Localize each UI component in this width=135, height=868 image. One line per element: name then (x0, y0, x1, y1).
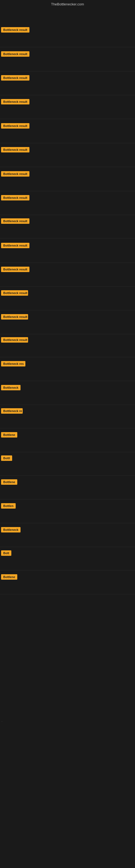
site-title: TheBottlenecker.com (51, 2, 84, 6)
bottleneck-badge-15[interactable]: Bottleneck res (1, 361, 26, 367)
bottleneck-badge-10[interactable]: Bottleneck result (1, 243, 30, 248)
bottleneck-badge-4[interactable]: Bottleneck result (1, 99, 30, 104)
result-section-19: Bottl (0, 453, 135, 475)
bottleneck-badge-3[interactable]: Bottleneck result (1, 75, 30, 81)
result-section-23: Bott (0, 548, 135, 570)
bottleneck-badge-23[interactable]: Bott (1, 550, 11, 556)
bottleneck-badge-14[interactable]: Bottleneck result (1, 337, 28, 343)
result-section-24: Bottlene (0, 572, 135, 594)
bottleneck-badge-7[interactable]: Bottleneck result (1, 171, 30, 177)
result-section-15: Bottleneck res (0, 359, 135, 381)
site-header: TheBottlenecker.com (0, 0, 135, 9)
bottleneck-badge-2[interactable]: Bottleneck result (1, 51, 30, 57)
tiny-text: ... (1, 720, 3, 722)
result-section-13: Bottleneck result (0, 312, 135, 334)
bottleneck-badge-12[interactable]: Bottleneck result (1, 290, 28, 296)
result-section-21: Bottlen (0, 501, 135, 523)
result-section-16: Bottleneck (0, 383, 135, 405)
bottleneck-badge-16[interactable]: Bottleneck (1, 385, 20, 390)
result-section-3: Bottleneck result (0, 73, 135, 95)
bottleneck-badge-5[interactable]: Bottleneck result (1, 123, 30, 129)
result-section-10: Bottleneck result (0, 241, 135, 263)
bottleneck-badge-24[interactable]: Bottlene (1, 574, 17, 580)
result-section-14: Bottleneck result (0, 335, 135, 357)
bottleneck-badge-1[interactable]: Bottleneck result (1, 27, 30, 33)
bottleneck-badge-6[interactable]: Bottleneck result (1, 147, 30, 152)
result-section-2: Bottleneck result (0, 49, 135, 71)
result-section-9: Bottleneck result (0, 216, 135, 239)
result-section-22: Bottleneck (0, 525, 135, 547)
bottleneck-badge-18[interactable]: Bottlene (1, 432, 17, 437)
result-section-11: Bottleneck result (0, 265, 135, 287)
bottleneck-badge-13[interactable]: Bottleneck result (1, 314, 28, 319)
bottleneck-badge-17[interactable]: Bottleneck re (1, 408, 23, 414)
result-section-12: Bottleneck result (0, 288, 135, 310)
bottleneck-badge-9[interactable]: Bottleneck result (1, 218, 30, 224)
result-section-4: Bottleneck result (0, 97, 135, 119)
result-section-6: Bottleneck result (0, 145, 135, 167)
result-section-18: Bottlene (0, 430, 135, 452)
result-section-5: Bottleneck result (0, 121, 135, 143)
result-section-20: Bottlene (0, 477, 135, 499)
bottleneck-badge-22[interactable]: Bottleneck (1, 527, 20, 532)
bottleneck-badge-19[interactable]: Bottl (1, 456, 12, 461)
bottleneck-badge-20[interactable]: Bottlene (1, 479, 17, 485)
result-section-7: Bottleneck result (0, 169, 135, 191)
result-section-8: Bottleneck result (0, 193, 135, 215)
result-section-1: Bottleneck result (0, 25, 135, 47)
bottleneck-badge-21[interactable]: Bottlen (1, 503, 16, 508)
result-section-17: Bottleneck re (0, 406, 135, 428)
bottleneck-badge-8[interactable]: Bottleneck result (1, 195, 30, 200)
bottleneck-badge-11[interactable]: Bottleneck result (1, 267, 30, 272)
